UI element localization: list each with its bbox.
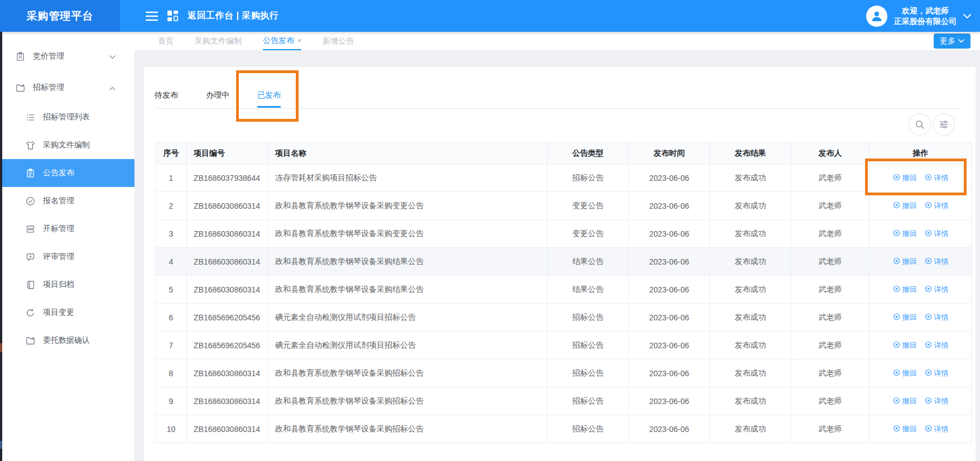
withdraw-link[interactable]: 撤回 bbox=[893, 173, 917, 183]
cell-project-name: 政和县教育系统教学钢琴设备采购招标公告 bbox=[268, 359, 547, 387]
sidebar-item-announcement-publish[interactable]: 公告发布 bbox=[0, 159, 134, 187]
status-tabs: 待发布 办理中 已发布 bbox=[155, 85, 281, 108]
sidebar-item-bidding-mgmt[interactable]: 竞价管理 bbox=[0, 41, 134, 72]
cell-publisher: 武老师 bbox=[791, 387, 869, 415]
tab-published[interactable]: 已发布 bbox=[257, 85, 281, 108]
filter-button[interactable] bbox=[933, 113, 955, 136]
sidebar-item-entrust-data-confirm[interactable]: 委托数据确认 bbox=[0, 326, 134, 354]
col-publisher: 发布人 bbox=[791, 143, 869, 164]
cell-actions: 撤回详情 bbox=[869, 276, 972, 304]
refresh-icon bbox=[26, 308, 35, 318]
eye-icon bbox=[893, 369, 900, 378]
cell-publish-time: 2023-06-06 bbox=[629, 359, 710, 387]
tab-procurement-doc[interactable]: 采购文件编制 bbox=[195, 32, 242, 50]
cell-publish-time: 2023-06-06 bbox=[629, 276, 710, 304]
sidebar-item-review-mgmt[interactable]: 评审管理 bbox=[0, 243, 134, 271]
comment-plus-icon bbox=[26, 252, 35, 262]
sidebar-item-bid-opening[interactable]: 开标管理 bbox=[0, 215, 134, 243]
cell-project-name: 政和县教育系统教学钢琴设备采购结果公告 bbox=[268, 276, 547, 304]
withdraw-link[interactable]: 撤回 bbox=[893, 201, 917, 211]
detail-link[interactable]: 详情 bbox=[925, 229, 949, 239]
cell-publish-result: 发布成功 bbox=[710, 164, 791, 192]
cell-seq: 5 bbox=[156, 276, 187, 304]
tab-close-icon[interactable]: × bbox=[297, 37, 301, 45]
sidebar-item-procurement-doc[interactable]: 采购文件编制 bbox=[0, 131, 134, 159]
eye-icon bbox=[925, 229, 932, 238]
tab-home[interactable]: 首页 bbox=[158, 32, 174, 50]
cell-seq: 3 bbox=[156, 220, 187, 248]
cell-publish-result: 发布成功 bbox=[710, 220, 791, 248]
sidebar-item-signup-mgmt[interactable]: 报名管理 bbox=[0, 187, 134, 215]
screen-edge-sliver bbox=[0, 32, 2, 461]
cell-publish-result: 发布成功 bbox=[710, 276, 791, 304]
cell-publisher: 武老师 bbox=[791, 248, 869, 276]
cell-announcement-type: 结果公告 bbox=[547, 248, 629, 276]
table-row: 8 ZB1686030860314 政和县教育系统教学钢琴设备采购招标公告 招标… bbox=[156, 359, 972, 387]
clipboard-icon bbox=[16, 52, 25, 61]
hamburger-menu-icon[interactable] bbox=[146, 11, 158, 21]
withdraw-link[interactable]: 撤回 bbox=[893, 257, 917, 267]
search-button[interactable] bbox=[909, 113, 931, 136]
content-card: 待发布 办理中 已发布 序号 项目编号 项目名称 公告类型 发布时间 发布结果 … bbox=[144, 67, 976, 461]
cell-actions: 撤回详情 bbox=[869, 304, 972, 332]
tab-new-announcement[interactable]: 新增公告 bbox=[323, 32, 354, 50]
user-chevron-down-icon[interactable] bbox=[963, 11, 971, 21]
eye-icon bbox=[893, 174, 900, 183]
tab-pending-publish[interactable]: 待发布 bbox=[155, 85, 178, 108]
cell-project-code: ZB1686030860314 bbox=[187, 415, 268, 443]
detail-link[interactable]: 详情 bbox=[925, 313, 949, 323]
cell-publisher: 武老师 bbox=[791, 359, 869, 387]
table-row: 9 ZB1686030860314 政和县教育系统教学钢琴设备采购招标公告 招标… bbox=[156, 387, 972, 415]
withdraw-link[interactable]: 撤回 bbox=[893, 313, 917, 323]
cell-project-name: 冻存管耗材采购项目招标公告 bbox=[268, 164, 547, 192]
chevron-up-icon bbox=[109, 83, 116, 92]
withdraw-link[interactable]: 撤回 bbox=[893, 229, 917, 239]
detail-link[interactable]: 详情 bbox=[925, 368, 949, 378]
sidebar-item-tender-mgmt[interactable]: 招标管理 bbox=[0, 72, 134, 103]
detail-link[interactable]: 详情 bbox=[925, 424, 949, 434]
detail-link[interactable]: 详情 bbox=[925, 257, 949, 267]
cell-project-name: 政和县教育系统教学钢琴设备采购结果公告 bbox=[268, 248, 547, 276]
detail-link[interactable]: 详情 bbox=[925, 173, 949, 183]
company-name: 正采股份有限公司 bbox=[894, 16, 957, 27]
user-area[interactable]: 欢迎，武老师 正采股份有限公司 bbox=[866, 6, 980, 27]
cell-publish-result: 发布成功 bbox=[710, 415, 791, 443]
sidebar-item-project-archive[interactable]: 项目归档 bbox=[0, 271, 134, 299]
tab-in-progress[interactable]: 办理中 bbox=[206, 85, 229, 108]
avatar[interactable] bbox=[866, 6, 887, 27]
tab-announcement-publish[interactable]: 公告发布 × bbox=[263, 32, 301, 50]
withdraw-link[interactable]: 撤回 bbox=[893, 396, 917, 406]
col-project-name: 项目名称 bbox=[268, 143, 547, 164]
welcome-line1: 欢迎，武老师 bbox=[894, 6, 957, 16]
col-publish-time: 发布时间 bbox=[629, 143, 710, 164]
detail-link[interactable]: 详情 bbox=[925, 201, 949, 211]
chevron-down-icon bbox=[958, 39, 964, 43]
cell-project-name: 碘元素全自动检测仪用试剂项目招标公告 bbox=[268, 332, 547, 359]
workbench-grid-icon[interactable] bbox=[167, 10, 179, 22]
detail-link[interactable]: 详情 bbox=[925, 340, 949, 350]
sidebar-item-project-change[interactable]: 项目变更 bbox=[0, 299, 134, 326]
more-button[interactable]: 更多 bbox=[934, 33, 971, 49]
detail-link[interactable]: 详情 bbox=[925, 285, 949, 295]
table-row: 2 ZB1686030860314 政和县教育系统教学钢琴设备采购变更公告 变更… bbox=[156, 192, 972, 220]
sidebar: 竞价管理 招标管理 招标管理列表 采购文件编制 公告发布 报 bbox=[0, 32, 134, 461]
cell-project-code: ZB1686030860314 bbox=[187, 192, 268, 220]
detail-link[interactable]: 详情 bbox=[925, 396, 949, 406]
eye-icon bbox=[925, 257, 932, 266]
withdraw-link[interactable]: 撤回 bbox=[893, 424, 917, 434]
cell-publish-result: 发布成功 bbox=[710, 304, 791, 332]
withdraw-link[interactable]: 撤回 bbox=[893, 368, 917, 378]
chevron-down-icon bbox=[109, 52, 116, 61]
welcome-text: 欢迎，武老师 正采股份有限公司 bbox=[894, 6, 957, 27]
cell-actions: 撤回详情 bbox=[869, 164, 972, 192]
eye-icon bbox=[893, 341, 900, 350]
withdraw-link[interactable]: 撤回 bbox=[893, 285, 917, 295]
page-tabbar: 首页 采购文件编制 公告发布 × 新增公告 更多 bbox=[134, 32, 980, 50]
eye-icon bbox=[925, 425, 932, 434]
sidebar-item-tender-list[interactable]: 招标管理列表 bbox=[0, 103, 134, 131]
workspace-title[interactable]: 返回工作台 | 采购执行 bbox=[188, 10, 278, 22]
table-row: 3 ZB1686030860314 政和县教育系统教学钢琴设备采购变更公告 变更… bbox=[156, 220, 972, 248]
cell-project-code: ZB1685696205456 bbox=[187, 332, 268, 359]
cell-actions: 撤回详情 bbox=[869, 220, 972, 248]
withdraw-link[interactable]: 撤回 bbox=[893, 340, 917, 350]
